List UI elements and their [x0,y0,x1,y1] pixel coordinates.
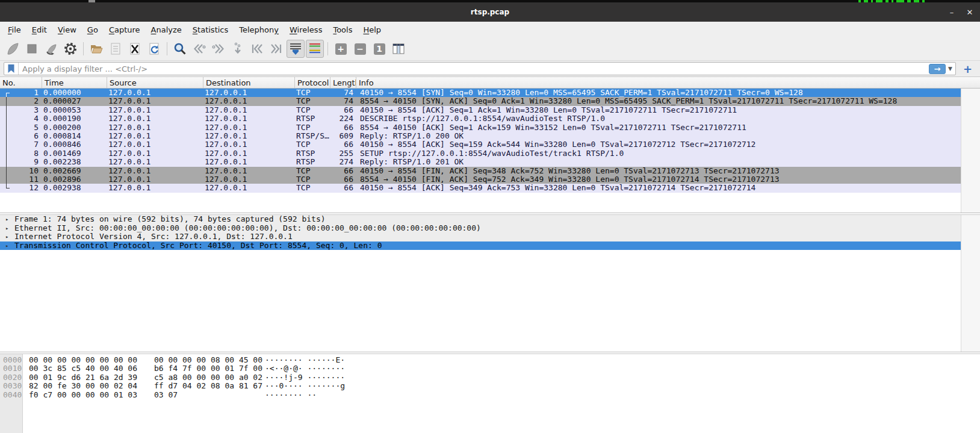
hex-bytes-left[interactable]: f0 c7 00 00 00 00 01 03 [29,391,137,399]
packet-row-12[interactable]: 120.002938127.0.0.1127.0.0.1TCP6640150 →… [0,184,980,192]
reload-file-button[interactable] [145,40,163,58]
hex-row-0040[interactable]: 0040f0 c7 00 00 00 00 01 0303 07········… [0,391,980,399]
column-header-info[interactable]: Info [356,77,980,88]
detail-row-1[interactable]: ▸Frame 1: 74 bytes on wire (592 bits), 7… [0,215,980,224]
packet-time: 0.002938 [42,184,107,192]
zoom-in-button[interactable]: + [332,40,350,58]
menu-file[interactable]: File [2,23,26,37]
hex-ascii[interactable]: ···0···· ·······g [265,382,345,390]
detail-row-4[interactable]: ▸Transmission Control Protocol, Src Port… [0,241,980,251]
restart-capture-button[interactable] [42,40,60,58]
packet-row-11[interactable]: 110.002896127.0.0.1127.0.0.1TCP668554 → … [0,175,980,184]
column-header-source[interactable]: Source [107,77,203,88]
packet-list[interactable]: 10.000000127.0.0.1127.0.0.1TCP7440150 → … [0,89,980,213]
packet-row-10[interactable]: 100.002669127.0.0.1127.0.0.1TCP6640150 →… [0,167,980,175]
go-forward-button[interactable] [209,40,228,58]
hex-bytes-left[interactable]: 00 00 00 00 00 00 00 00 [29,356,137,364]
hex-bytes-left[interactable]: 82 00 fe 30 00 00 02 04 [29,382,137,390]
expander-icon[interactable]: ▸ [5,224,8,233]
packet-list-scrollbar[interactable] [961,89,980,213]
menu-tools[interactable]: Tools [327,23,358,37]
column-header-protocol[interactable]: Protocol [295,77,330,88]
menu-go[interactable]: Go [82,23,104,37]
auto-scroll-button[interactable] [287,40,305,58]
stop-capture-button[interactable] [23,40,41,58]
resize-columns-button[interactable] [389,40,408,58]
menu-statistics[interactable]: Statistics [187,23,234,37]
details-scrollbar[interactable] [961,215,980,352]
menu-edit[interactable]: Edit [26,23,52,37]
normal-size-button[interactable]: 1 [370,40,388,58]
expander-icon[interactable]: ▸ [5,232,8,241]
filter-dropdown-caret[interactable]: ▼ [947,66,955,72]
packet-info: 40150 → 8554 [SYN] Seq=0 Win=33280 Len=0… [356,89,980,97]
close-button[interactable]: ✕ [963,8,976,17]
hex-ascii[interactable]: ····!j-9 ········ [265,373,345,382]
main-toolbar: + − 1 [0,37,980,60]
add-filter-button[interactable]: + [959,63,976,75]
hex-ascii[interactable]: ·<··@·@· ········ [265,364,345,373]
packet-list-header: No.TimeSourceDestinationProtocolLengthIn… [0,77,980,89]
detail-row-2[interactable]: ▸Ethernet II, Src: 00:00:00_00:00:00 (00… [0,224,980,233]
packet-row-7[interactable]: 70.000846127.0.0.1127.0.0.1TCP6640150 → … [0,140,980,149]
expander-icon[interactable]: ▸ [5,241,8,251]
hex-ascii[interactable]: ········ ······E· [265,356,345,364]
hex-dump-pane[interactable]: 000000 00 00 00 00 00 00 0000 00 00 00 0… [0,354,980,433]
hex-bytes-right[interactable]: b6 f4 7f 00 00 01 7f 00 [154,364,262,373]
menu-view[interactable]: View [52,23,82,37]
hex-bytes-right[interactable]: 03 07 [154,391,178,399]
hex-bytes-right[interactable]: ff d7 04 02 08 0a 81 67 [154,382,262,390]
hex-bytes-left[interactable]: 00 01 9c d6 21 6a 2d 39 [29,373,137,382]
hex-bytes-right[interactable]: 00 00 00 00 08 00 45 00 [154,356,262,364]
hex-row-0010[interactable]: 001000 3c 85 c5 40 00 40 06b6 f4 7f 00 0… [0,364,980,373]
column-header-length[interactable]: Length [330,77,356,88]
menu-capture[interactable]: Capture [104,23,146,37]
close-file-button[interactable] [126,40,144,58]
column-header-time[interactable]: Time [42,77,107,88]
menu-help[interactable]: Help [358,23,386,37]
go-to-packet-button[interactable] [229,40,247,58]
find-packet-button[interactable] [171,40,189,58]
packet-dst: 127.0.0.1 [203,158,295,166]
packet-row-5[interactable]: 50.000200127.0.0.1127.0.0.1TCP668554 → 4… [0,123,980,132]
packet-row-4[interactable]: 40.000190127.0.0.1127.0.0.1RTSP224DESCRI… [0,114,980,123]
hex-row-0020[interactable]: 002000 01 9c d6 21 6a 2d 39c5 a8 00 00 0… [0,373,980,382]
apply-filter-button[interactable]: → [929,64,946,74]
minimize-button[interactable]: – [945,8,958,17]
go-back-button[interactable] [190,40,208,58]
menu-telephony[interactable]: Telephony [234,23,284,37]
start-capture-button[interactable] [4,40,22,58]
hex-row-0000[interactable]: 000000 00 00 00 00 00 00 0000 00 00 00 0… [0,356,980,364]
title-bar[interactable]: rtsp.pcap – ✕ [0,2,980,22]
detail-row-3[interactable]: ▸Internet Protocol Version 4, Src: 127.0… [0,232,980,241]
first-packet-button[interactable] [248,40,266,58]
filter-bookmark-button[interactable] [4,63,19,75]
packet-row-6[interactable]: 60.000814127.0.0.1127.0.0.1RTSP/S…609Rep… [0,132,980,140]
toolbar-separator [83,42,84,55]
menu-analyze[interactable]: Analyze [146,23,187,37]
hex-row-0030[interactable]: 003082 00 fe 30 00 00 02 04ff d7 04 02 0… [0,382,980,390]
save-file-button[interactable] [107,40,125,58]
capture-options-button[interactable] [61,40,79,58]
column-header-destination[interactable]: Destination [203,77,295,88]
bookmark-icon [7,64,15,73]
hex-bytes-left[interactable]: 00 3c 85 c5 40 00 40 06 [29,364,137,373]
expander-icon[interactable]: ▸ [5,215,8,224]
zoom-out-button[interactable]: − [351,40,369,58]
packet-details-pane[interactable]: ▸Frame 1: 74 bytes on wire (592 bits), 7… [0,215,980,352]
last-packet-button[interactable] [267,40,285,58]
packet-row-2[interactable]: 20.000027127.0.0.1127.0.0.1TCP748554 → 4… [0,97,980,105]
packet-row-1[interactable]: 10.000000127.0.0.1127.0.0.1TCP7440150 → … [0,89,980,97]
packet-src: 127.0.0.1 [107,184,203,192]
colorize-packets-button[interactable] [306,40,324,58]
restart-fin-icon [44,42,58,56]
packet-row-9[interactable]: 90.002238127.0.0.1127.0.0.1RTSP274Reply:… [0,158,980,166]
menu-wireless[interactable]: Wireless [284,23,327,37]
column-header-no[interactable]: No. [0,77,42,88]
hex-bytes-right[interactable]: c5 a8 00 00 00 00 a0 02 [154,373,262,382]
packet-row-8[interactable]: 80.001469127.0.0.1127.0.0.1RTSP255SETUP … [0,149,980,158]
display-filter-input[interactable]: Apply a display filter ... <Ctrl-/> → ▼ [4,62,956,75]
open-file-button[interactable] [87,40,105,58]
packet-row-3[interactable]: 30.000053127.0.0.1127.0.0.1TCP6640150 → … [0,106,980,114]
hex-ascii[interactable]: ········ ·· [265,391,317,399]
